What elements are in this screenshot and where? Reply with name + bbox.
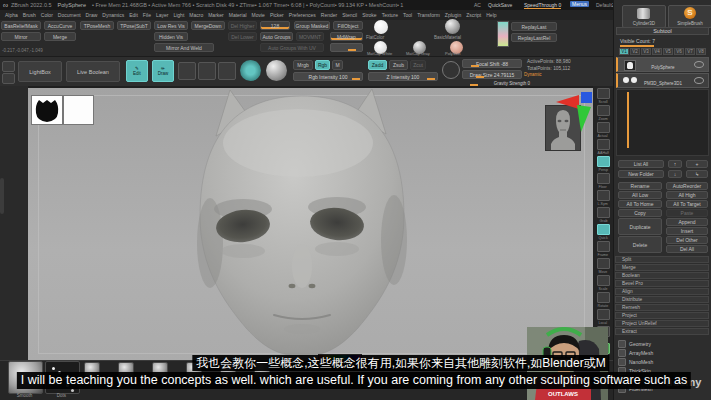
scroll-icon[interactable]: Scroll [595, 88, 611, 105]
low-res-vis-button[interactable]: Low Res Vis [154, 21, 188, 30]
basicmaterial-swatch[interactable] [445, 19, 460, 34]
rename-button[interactable]: Rename [618, 182, 662, 190]
menu-item[interactable]: Document [58, 12, 81, 18]
actual-size-icon[interactable]: Actual [595, 122, 611, 139]
dynamic-mode-label[interactable]: Dynamic [524, 72, 542, 77]
all-high-button[interactable]: All High [666, 191, 708, 199]
subtool-header[interactable]: Subtool [616, 27, 709, 35]
menu-item[interactable]: Render [321, 12, 337, 18]
menu-item[interactable]: Picker [270, 12, 284, 18]
menu-item[interactable]: Movie [252, 12, 265, 18]
focal-shift-slider[interactable]: Focal Shift -88 [462, 59, 522, 68]
menus-toggle-button[interactable]: Menus [570, 1, 589, 7]
menu-item[interactable]: Transform [417, 12, 440, 18]
texture-thumbnail[interactable] [63, 95, 94, 125]
section-distribute[interactable]: Distribute [615, 296, 709, 303]
append-button[interactable]: Append [666, 218, 708, 226]
subtool-tab[interactable]: V4 [652, 48, 662, 55]
subtool-tab[interactable]: V6 [674, 48, 684, 55]
section-merge[interactable]: Merge [615, 264, 709, 271]
gravity-strength-slider[interactable]: Gravity Strength 0 [462, 80, 562, 86]
section-align[interactable]: Align [615, 288, 709, 295]
ac-button[interactable]: AC [474, 2, 481, 8]
delete-button[interactable]: Delete [618, 236, 662, 253]
mrgb-button[interactable]: Mrgb [293, 60, 313, 70]
draw-button[interactable]: ✏Draw [152, 60, 174, 82]
move-down-icon[interactable]: ↓ [668, 170, 682, 178]
menu-item[interactable]: Color [41, 12, 53, 18]
subtool-tab[interactable]: V7 [685, 48, 695, 55]
wrap-slider[interactable] [330, 43, 363, 52]
local-symmetry-icon[interactable]: L.Sym [595, 190, 611, 207]
subtool-scrollbar[interactable] [627, 92, 629, 148]
local-pivot-icon[interactable]: Local [595, 309, 611, 326]
tray-divider-handle[interactable] [0, 178, 4, 214]
edit-button[interactable]: ✎Edit [126, 60, 148, 82]
palette-arraymesh[interactable]: ArrayMesh [618, 349, 653, 357]
menu-item[interactable]: Light [173, 12, 184, 18]
sculpt-head[interactable] [28, 88, 593, 360]
move-up-icon[interactable]: ↑ [668, 160, 682, 168]
section-project-unrelief[interactable]: Project UnRelief [615, 320, 709, 327]
aahalf-icon[interactable]: AAHalf [595, 139, 611, 156]
menu-item[interactable]: Material [229, 12, 247, 18]
menu-item[interactable]: Zplugin [445, 12, 461, 18]
subtool-tab[interactable]: V2 [630, 48, 640, 55]
section-split[interactable]: Split [615, 256, 709, 263]
subtool-tab[interactable]: V3 [641, 48, 651, 55]
menu-item[interactable]: Preferences [289, 12, 316, 18]
draw-size-slider[interactable]: Draw Size 24.79115 [462, 70, 522, 79]
speed-slider[interactable]: SpeedThrough 0 [524, 2, 561, 9]
menu-item[interactable]: Stroke [362, 12, 376, 18]
menu-item[interactable]: Texture [382, 12, 398, 18]
section-extract[interactable]: Extract [615, 328, 709, 335]
rgb-intensity-slider[interactable]: Rgb Intensity 100 [293, 72, 363, 81]
merge-button[interactable]: Merge [44, 32, 76, 41]
section-project[interactable]: Project [615, 312, 709, 319]
rotate-view-icon[interactable]: Rotate [595, 292, 611, 309]
fillobject-button[interactable]: FillObject [333, 21, 363, 30]
subtool-item[interactable]: PM3D_Sphere3D1 [616, 73, 709, 88]
tray-toggle-icon[interactable] [2, 73, 15, 84]
del-lower-button[interactable]: Del Lower [228, 32, 257, 41]
frame-icon[interactable]: Frame [595, 241, 611, 258]
menu-item[interactable]: Stencil [342, 12, 357, 18]
zcut-button[interactable]: Zcut [410, 60, 426, 70]
current-material-sphere[interactable] [266, 60, 287, 81]
zsub-button[interactable]: Zsub [389, 60, 408, 70]
auto-groups-button[interactable]: Auto Groups [260, 32, 293, 41]
rotate-gyro-icon[interactable] [218, 62, 236, 80]
tool-slot-cylinder3d[interactable]: Cylinder3D [622, 5, 666, 28]
perspective-icon[interactable]: Persp [595, 156, 611, 173]
replay-last-button[interactable]: ReplayLast [511, 22, 557, 31]
auto-groups-with-uv-button[interactable]: Auto Groups With UV [260, 43, 324, 52]
mirror-button[interactable]: Mirror [1, 32, 41, 41]
menu-item[interactable]: Marker [208, 12, 224, 18]
mirror-and-weld-button[interactable]: Mirror And Weld [154, 43, 214, 52]
menu-item[interactable]: Edit [129, 12, 138, 18]
menu-item[interactable]: Zscript [466, 12, 481, 18]
tpose-subt-button[interactable]: TPose|SubT [117, 21, 151, 30]
del-higher-button[interactable]: Del Higher [228, 21, 257, 30]
flatcolor-material-swatch[interactable] [374, 20, 388, 34]
menu-item[interactable]: Dynamics [102, 12, 124, 18]
paste-button[interactable]: Paste [666, 209, 708, 217]
hidden-vis-button[interactable]: Hidden Vis [154, 32, 188, 41]
m-button[interactable]: M [332, 60, 343, 70]
all-to-home-button[interactable]: All To Home [618, 200, 662, 208]
section-bevel-pro[interactable]: Bevel Pro [615, 280, 709, 287]
zadd-button[interactable]: Zadd [368, 60, 387, 70]
basreliefmask-button[interactable]: BasReliefMask [1, 21, 41, 30]
rgb-button[interactable]: Rgb [315, 60, 330, 70]
alpha-thumbnail[interactable] [31, 95, 63, 125]
axis-gizmo[interactable] [556, 90, 596, 132]
list-all-button[interactable]: List All [618, 160, 664, 168]
menu-item[interactable]: Help [486, 12, 496, 18]
duplicate-button[interactable]: Duplicate [618, 218, 662, 235]
tray-toggle-icon[interactable] [2, 61, 15, 72]
autoreorder-button[interactable]: AutoReorder [666, 182, 708, 190]
quick-render-icon[interactable]: Quick [595, 224, 611, 241]
grab-doc-icon[interactable]: Grab [595, 207, 611, 224]
folder-insert-icon[interactable]: ↳ [686, 170, 708, 178]
menu-item[interactable]: File [143, 12, 151, 18]
